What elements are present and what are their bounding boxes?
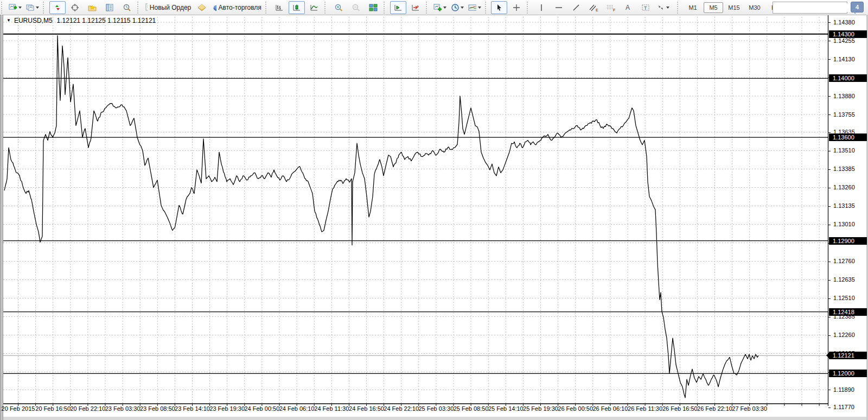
price-tick-mark <box>828 298 831 299</box>
period-button-M5[interactable]: M5 <box>704 2 723 13</box>
strategy-tester-icon <box>123 3 131 12</box>
search-box[interactable] <box>773 2 847 14</box>
chart-title: ▼EURUSD,M51.12121 1.12125 1.12115 1.1212… <box>7 17 156 24</box>
price-tick-label: 1.13135 <box>833 202 867 209</box>
price-tick-label: 1.13260 <box>833 184 867 190</box>
period-button-M15[interactable]: M15 <box>724 2 744 13</box>
autotrading-label: Авто-торговля <box>219 4 261 11</box>
price-tick-label: 1.14255 <box>833 37 867 44</box>
timeframes-button[interactable] <box>449 1 465 14</box>
chart-shift-icon <box>411 3 420 12</box>
price-tick-label: 1.13510 <box>833 147 867 154</box>
search-input[interactable] <box>773 3 854 12</box>
line-chart-icon <box>310 3 318 12</box>
indicators-dropdown-caret[interactable] <box>443 7 446 9</box>
price-tick-label: 1.12260 <box>833 332 867 338</box>
text-icon: A <box>624 3 632 12</box>
metaeditor-icon <box>197 3 207 12</box>
terminal-button[interactable] <box>101 1 118 14</box>
price-tick-mark <box>828 317 831 317</box>
price-tick-mark <box>828 225 831 225</box>
chart-profiles-dropdown-caret[interactable] <box>36 7 39 9</box>
indicators-button[interactable] <box>432 1 448 14</box>
new-order-button[interactable]: Новый Ордер <box>143 1 193 14</box>
bar-chart-icon <box>275 3 284 12</box>
new-chart-dropdown-caret[interactable] <box>18 7 22 9</box>
templates-button[interactable] <box>467 1 483 14</box>
data-window-icon <box>71 3 79 12</box>
autoscroll-button[interactable] <box>390 1 406 14</box>
price-tick-mark <box>828 188 831 188</box>
autotrading-icon <box>213 3 216 12</box>
chart-canvas[interactable] <box>3 15 866 417</box>
cursor-button[interactable] <box>491 1 507 14</box>
level-price-box: 1.14000 <box>829 74 867 82</box>
level-price-box: 1.13600 <box>829 133 867 141</box>
candlestick-chart-button[interactable] <box>289 1 305 14</box>
crosshair-button[interactable] <box>508 1 525 14</box>
trendline-icon <box>572 3 580 12</box>
data-window-button[interactable] <box>67 1 83 14</box>
tile-windows-icon <box>369 3 378 12</box>
text-button[interactable]: A <box>620 1 636 14</box>
arrows-dropdown-caret[interactable] <box>666 7 669 9</box>
templates-dropdown-caret[interactable] <box>478 7 481 9</box>
toolbar-separator <box>324 2 328 14</box>
strategy-tester-button[interactable] <box>119 1 135 14</box>
fibonacci-button[interactable]: F <box>603 1 619 14</box>
level-price-box: 1.12000 <box>829 370 867 377</box>
zoom-in-icon <box>334 3 343 12</box>
arrows-button[interactable] <box>655 1 671 14</box>
price-tick-label: 1.12510 <box>833 295 867 301</box>
indicators-icon <box>433 3 442 12</box>
zoom-out-icon <box>352 3 361 12</box>
vertical-line-button[interactable] <box>533 1 550 14</box>
arrows-icon <box>656 3 665 12</box>
tile-windows-button[interactable] <box>365 1 381 14</box>
zoom-out-button[interactable] <box>348 1 364 14</box>
price-tick-label: 1.11770 <box>833 404 867 410</box>
toolbar-separator <box>265 2 269 14</box>
new-order-label: Новый Ордер <box>150 4 191 11</box>
toolbar-separator <box>43 2 47 14</box>
line-chart-button[interactable] <box>306 1 322 14</box>
metaeditor-button[interactable] <box>194 1 210 14</box>
period-button-M1[interactable]: M1 <box>683 2 703 13</box>
candlestick-chart-icon <box>292 3 301 12</box>
bar-chart-button[interactable] <box>271 1 288 14</box>
trendline-button[interactable] <box>568 1 584 14</box>
price-tick-mark <box>828 262 831 262</box>
zoom-in-button[interactable] <box>330 1 347 14</box>
new-chart-button[interactable] <box>7 1 23 14</box>
price-tick-mark <box>828 206 831 207</box>
chart-shift-button[interactable] <box>407 1 424 14</box>
toolbar-handle <box>1 2 5 14</box>
equidistant-channel-button[interactable]: E <box>585 1 602 14</box>
chart-symbol-period: EURUSD,M5 <box>14 17 53 24</box>
period-button-M30[interactable]: M30 <box>745 2 764 13</box>
price-tick-label: 1.14380 <box>833 19 867 26</box>
svg-text:F: F <box>613 8 615 12</box>
market-watch-button[interactable] <box>49 1 66 14</box>
timeframes-dropdown-caret[interactable] <box>461 7 464 9</box>
horizontal-line-button[interactable] <box>551 1 567 14</box>
text-label-button[interactable]: T <box>637 1 654 14</box>
price-tick-mark <box>828 280 831 281</box>
navigator-button[interactable] <box>84 1 100 14</box>
toolbar-separator <box>677 2 681 14</box>
price-tick-mark <box>828 41 831 41</box>
chart-menu-triangle-icon[interactable]: ▼ <box>7 18 11 23</box>
price-tick-mark <box>828 151 831 151</box>
price-tick-mark <box>828 114 831 115</box>
equidistant-channel-icon: E <box>589 3 598 12</box>
chart-ohlc-values: 1.12121 1.12125 1.12115 1.12121 <box>57 17 156 24</box>
market-watch-icon <box>53 3 62 12</box>
notifications-badge[interactable]: 4 <box>851 2 864 12</box>
crosshair-icon <box>512 3 521 12</box>
new-chart-icon <box>9 3 17 12</box>
svg-text:T: T <box>644 5 647 10</box>
autotrading-button[interactable]: Авто-торговля <box>211 1 263 14</box>
price-tick-label: 1.14130 <box>833 56 867 62</box>
clock-icon <box>451 3 459 12</box>
chart-profiles-button[interactable] <box>24 1 41 14</box>
